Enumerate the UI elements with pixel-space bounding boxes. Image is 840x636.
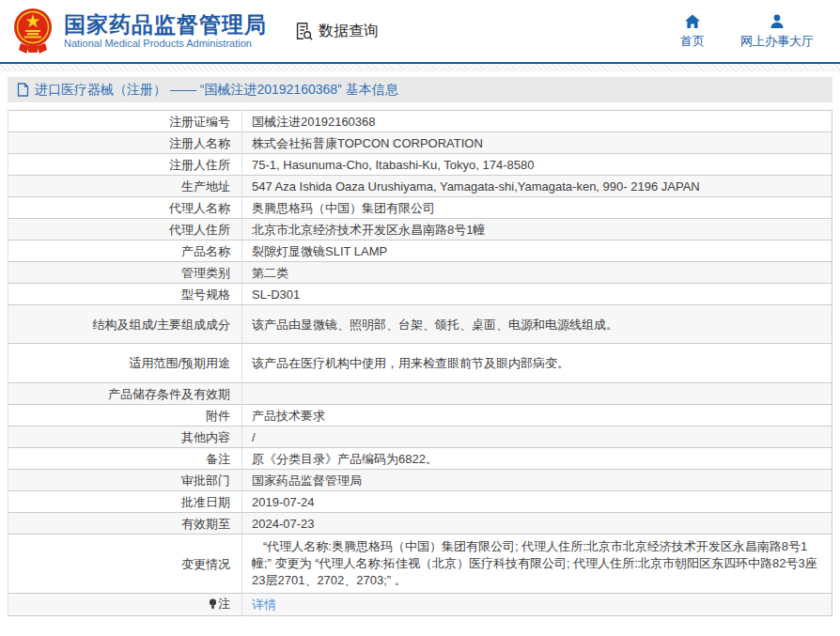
row-label: 变更情况 bbox=[8, 535, 242, 594]
table-row: 注册证编号 国械注进20192160368 bbox=[8, 111, 832, 132]
row-label: 产品储存条件及有效期 bbox=[8, 383, 242, 405]
row-label: 有效期至 bbox=[8, 513, 242, 535]
table-row: 附件 产品技术要求 bbox=[8, 405, 832, 427]
row-value: 国械注进20192160368 bbox=[242, 111, 832, 132]
brand-title: 国家药品监督管理局 bbox=[64, 12, 267, 37]
nav-item-label: 网上办事大厅 bbox=[740, 33, 814, 50]
row-value: 株式会社拓普康TOPCON CORPORATION bbox=[242, 132, 832, 154]
national-emblem-icon bbox=[11, 8, 54, 54]
table-row: 产品储存条件及有效期 bbox=[8, 383, 832, 405]
bulb-icon bbox=[209, 597, 217, 613]
row-label: 注 bbox=[8, 594, 242, 616]
table-row: 适用范围/预期用途 该产品在医疗机构中使用，用来检查眼前节及眼内部病变。 bbox=[8, 344, 832, 383]
top-nav: 首页 网上办事大厅 bbox=[680, 13, 814, 50]
row-value: 2024-07-23 bbox=[242, 513, 832, 535]
table-row: 变更情况 “代理人名称:奥腾思格玛（中国）集团有限公司; 代理人住所:北京市北京… bbox=[8, 535, 832, 594]
nav-item-home[interactable]: 首页 bbox=[680, 13, 705, 50]
row-label: 注册证编号 bbox=[8, 111, 242, 132]
row-value: 国家药品监督管理局 bbox=[242, 470, 832, 491]
nav-item-service-hall[interactable]: 网上办事大厅 bbox=[740, 13, 814, 50]
row-value: 2019-07-24 bbox=[242, 491, 832, 513]
row-value: 该产品由显微镜、照明部、台架、颌托、桌面、电源和电源线组成。 bbox=[242, 305, 832, 344]
home-icon bbox=[684, 13, 701, 30]
table-row: 注册人住所 75-1, Hasunuma-Cho, Itabashi-Ku, T… bbox=[8, 154, 832, 176]
row-value: “代理人名称:奥腾思格玛（中国）集团有限公司; 代理人住所:北京市北京经济技术开… bbox=[242, 535, 832, 594]
table-row: 备注 原《分类目录》产品编码为6822。 bbox=[8, 448, 832, 470]
row-label: 适用范围/预期用途 bbox=[8, 344, 242, 383]
header: 国家药品监督管理局 National Medical Products Admi… bbox=[0, 0, 840, 62]
row-value: 奥腾思格玛（中国）集团有限公司 bbox=[242, 197, 832, 219]
table-row: 注 详情 bbox=[8, 594, 832, 616]
row-label: 其他内容 bbox=[8, 427, 242, 448]
table-row: 代理人名称 奥腾思格玛（中国）集团有限公司 bbox=[8, 197, 832, 219]
table-row: 生产地址 547 Aza Ishida Oaza Urushiyama, Yam… bbox=[8, 176, 832, 197]
table-row: 有效期至 2024-07-23 bbox=[8, 513, 832, 535]
table-row: 审批部门 国家药品监督管理局 bbox=[8, 470, 832, 491]
nav-item-label: 首页 bbox=[680, 33, 705, 50]
row-value: 产品技术要求 bbox=[242, 405, 832, 427]
row-value: 原《分类目录》产品编码为6822。 bbox=[242, 448, 832, 470]
table-row: 批准日期 2019-07-24 bbox=[8, 491, 832, 513]
hatch-strip bbox=[0, 64, 840, 71]
row-label: 批准日期 bbox=[8, 491, 242, 513]
row-label: 产品名称 bbox=[8, 240, 242, 262]
brand-block: 国家药品监督管理局 National Medical Products Admi… bbox=[64, 12, 267, 50]
row-label: 结构及组成/主要组成成分 bbox=[8, 305, 242, 344]
person-icon bbox=[769, 13, 786, 30]
breadcrumb: 进口医疗器械（注册） —— “国械注进20192160368” 基本信息 bbox=[8, 77, 832, 102]
table-row: 结构及组成/主要组成成分 该产品由显微镜、照明部、台架、颌托、桌面、电源和电源线… bbox=[8, 305, 832, 344]
table-row: 注册人名称 株式会社拓普康TOPCON CORPORATION bbox=[8, 132, 832, 154]
breadcrumb-text: 进口医疗器械（注册） —— “国械注进20192160368” 基本信息 bbox=[35, 82, 398, 99]
row-value: 该产品在医疗机构中使用，用来检查眼前节及眼内部病变。 bbox=[242, 344, 832, 383]
data-query-icon bbox=[293, 21, 314, 41]
registration-info-table: 注册证编号 国械注进20192160368 注册人名称 株式会社拓普康TOPCO… bbox=[8, 110, 832, 616]
row-label: 审批部门 bbox=[8, 470, 242, 491]
table-row: 其他内容 / bbox=[8, 427, 832, 448]
row-label: 型号规格 bbox=[8, 284, 242, 305]
detail-link[interactable]: 详情 bbox=[252, 597, 276, 612]
row-value: 详情 bbox=[242, 594, 832, 616]
brand-subtitle: National Medical Products Administration bbox=[64, 37, 267, 50]
row-label: 注册人住所 bbox=[8, 154, 242, 176]
row-value bbox=[242, 383, 832, 405]
row-value: SL-D301 bbox=[242, 284, 832, 305]
row-label: 附件 bbox=[8, 405, 242, 427]
row-value: 75-1, Hasunuma-Cho, Itabashi-Ku, Tokyo, … bbox=[242, 154, 832, 176]
row-value: 裂隙灯显微镜SLIT LAMP bbox=[242, 240, 832, 262]
row-value: 547 Aza Ishida Oaza Urushiyama, Yamagata… bbox=[242, 176, 832, 197]
document-icon bbox=[17, 83, 29, 97]
row-label: 注册人名称 bbox=[8, 132, 242, 154]
row-value: 北京市北京经济技术开发区永昌南路8号1幢 bbox=[242, 219, 832, 240]
row-label: 生产地址 bbox=[8, 176, 242, 197]
row-label: 代理人名称 bbox=[8, 197, 242, 219]
table-row: 型号规格 SL-D301 bbox=[8, 284, 832, 305]
row-label: 备注 bbox=[8, 448, 242, 470]
row-label: 管理类别 bbox=[8, 262, 242, 284]
row-label: 代理人住所 bbox=[8, 219, 242, 240]
table-row: 产品名称 裂隙灯显微镜SLIT LAMP bbox=[8, 240, 832, 262]
data-query-label: 数据查询 bbox=[319, 22, 379, 41]
table-row: 代理人住所 北京市北京经济技术开发区永昌南路8号1幢 bbox=[8, 219, 832, 240]
row-value: 第二类 bbox=[242, 262, 832, 284]
table-row: 管理类别 第二类 bbox=[8, 262, 832, 284]
row-value: / bbox=[242, 427, 832, 448]
data-query-section[interactable]: 数据查询 bbox=[293, 21, 379, 41]
